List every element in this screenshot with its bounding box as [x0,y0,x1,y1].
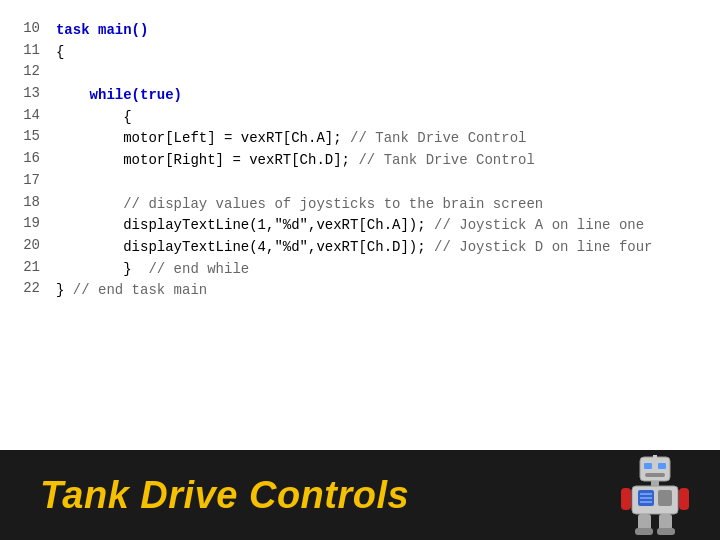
line-number: 22 [20,280,56,302]
line-number: 13 [20,85,56,107]
line-number: 15 [20,128,56,150]
code-content: motor[Left] = vexRT[Ch.A]; // Tank Drive… [56,128,710,150]
table-row: 19 displayTextLine(1,"%d",vexRT[Ch.A]); … [20,215,710,237]
line-number: 11 [20,42,56,64]
table-row: 15 motor[Left] = vexRT[Ch.A]; // Tank Dr… [20,128,710,150]
line-number: 21 [20,259,56,281]
svg-rect-3 [644,463,652,469]
code-content: // display values of joysticks to the br… [56,194,710,216]
footer-title: Tank Drive Controls [40,474,409,517]
svg-rect-17 [635,528,653,535]
code-table: 10 task main() 11 { 12 13 while(true) [20,20,710,302]
table-row: 11 { [20,42,710,64]
table-row: 14 { [20,107,710,129]
robot-icon [620,455,690,535]
svg-rect-13 [621,488,631,510]
main-container: 10 task main() 11 { 12 13 while(true) [0,0,720,540]
table-row: 18 // display values of joysticks to the… [20,194,710,216]
line-number: 17 [20,172,56,194]
svg-rect-5 [645,473,665,477]
table-row: 13 while(true) [20,85,710,107]
code-content: displayTextLine(4,"%d",vexRT[Ch.D]); // … [56,237,710,259]
svg-rect-15 [638,514,651,530]
svg-rect-12 [658,490,672,506]
table-row: 17 [20,172,710,194]
svg-rect-16 [659,514,672,530]
table-row: 16 motor[Right] = vexRT[Ch.D]; // Tank D… [20,150,710,172]
code-area: 10 task main() 11 { 12 13 while(true) [0,0,720,450]
line-number: 18 [20,194,56,216]
line-number: 16 [20,150,56,172]
code-content [56,172,710,194]
table-row: 20 displayTextLine(4,"%d",vexRT[Ch.D]); … [20,237,710,259]
table-row: 10 task main() [20,20,710,42]
footer-bar: Tank Drive Controls [0,450,720,540]
code-content: { [56,107,710,129]
line-number: 14 [20,107,56,129]
code-content: displayTextLine(1,"%d",vexRT[Ch.A]); // … [56,215,710,237]
code-content: } // end task main [56,280,710,302]
code-content: while(true) [56,85,710,107]
code-content [56,63,710,85]
svg-rect-14 [679,488,689,510]
svg-rect-1 [653,455,657,459]
table-row: 21 } // end while [20,259,710,281]
code-content: task main() [56,20,710,42]
svg-rect-6 [651,481,659,486]
line-number: 19 [20,215,56,237]
line-number: 20 [20,237,56,259]
line-number: 10 [20,20,56,42]
table-row: 12 [20,63,710,85]
svg-rect-4 [658,463,666,469]
code-content: } // end while [56,259,710,281]
table-row: 22 } // end task main [20,280,710,302]
line-number: 12 [20,63,56,85]
svg-rect-0 [640,457,670,481]
code-content: motor[Right] = vexRT[Ch.D]; // Tank Driv… [56,150,710,172]
code-content: { [56,42,710,64]
svg-rect-18 [657,528,675,535]
